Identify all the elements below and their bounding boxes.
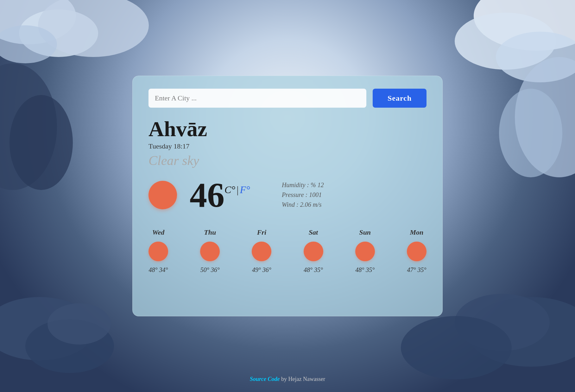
footer: Source Code by Hejaz Nawasser	[250, 376, 325, 383]
weather-stats: Humidity : % 12 Pressure : 1001 Wind : 2…	[282, 181, 324, 208]
search-row: Search	[148, 89, 427, 108]
forecast-day: Thu 50° 36°	[200, 228, 220, 274]
forecast-sun-icon	[200, 242, 220, 261]
day-temps: 50° 36°	[200, 266, 220, 274]
fahrenheit-unit[interactable]: F°	[240, 184, 250, 195]
forecast-sun-icon	[407, 242, 427, 261]
forecast-day: Fri 49° 36°	[252, 228, 271, 274]
cloud	[499, 89, 562, 177]
search-button[interactable]: Search	[373, 89, 427, 108]
forecast-sun-icon	[148, 242, 168, 261]
forecast-sun-icon	[355, 242, 375, 261]
day-label: Sat	[309, 228, 318, 237]
cloud	[9, 95, 73, 190]
wind-stat: Wind : 2.06 m/s	[282, 201, 324, 208]
humidity-stat: Humidity : % 12	[282, 181, 324, 189]
temperature-block: 46 C°|F°	[190, 178, 250, 212]
forecast-day: Sun 48° 35°	[355, 228, 375, 274]
weather-main: 46 C°|F° Humidity : % 12 Pressure : 1001…	[148, 178, 427, 212]
datetime: Tuesday 18:17	[148, 142, 427, 150]
temperature-value: 46	[190, 178, 224, 212]
forecast-row: Wed 48° 34° Thu 50° 36° Fri 49° 36° Sat …	[148, 228, 427, 274]
unit-separator: |	[237, 184, 238, 195]
celsius-unit: C°	[224, 184, 235, 195]
city-name: Ahvāz	[148, 117, 427, 141]
day-label: Thu	[204, 228, 216, 237]
day-temps: 48° 35°	[355, 266, 375, 274]
day-temps: 48° 34°	[149, 266, 168, 274]
day-label: Sun	[359, 228, 371, 237]
condition: Clear sky	[148, 153, 427, 168]
day-temps: 47° 35°	[407, 266, 426, 274]
weather-card: Search Ahvāz Tuesday 18:17 Clear sky 46 …	[132, 76, 443, 316]
day-label: Mon	[410, 228, 424, 237]
pressure-stat: Pressure : 1001	[282, 191, 324, 199]
cloud	[47, 303, 111, 345]
forecast-day: Sat 48° 35°	[304, 228, 323, 274]
forecast-sun-icon	[252, 242, 271, 261]
cloud	[0, 25, 57, 63]
footer-attribution: by Hejaz Nawasser	[280, 376, 325, 382]
day-label: Fri	[257, 228, 266, 237]
day-temps: 48° 35°	[304, 266, 323, 274]
forecast-sun-icon	[304, 242, 323, 261]
temperature-units: C°|F°	[224, 184, 250, 196]
forecast-day: Wed 48° 34°	[148, 228, 168, 274]
sun-icon	[148, 181, 177, 209]
forecast-day: Mon 47° 35°	[407, 228, 427, 274]
city-search-input[interactable]	[148, 89, 366, 108]
day-temps: 49° 36°	[252, 266, 271, 274]
source-code-link[interactable]: Source Code	[250, 376, 280, 382]
cloud	[401, 316, 512, 379]
day-label: Wed	[152, 228, 165, 237]
